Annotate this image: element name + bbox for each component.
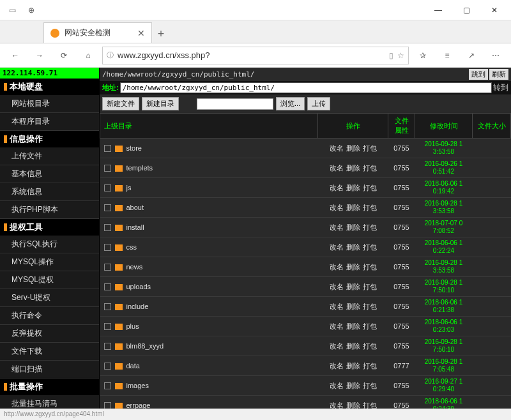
url-input[interactable]: [118, 50, 385, 60]
file-name[interactable]: css: [126, 243, 137, 251]
file-name[interactable]: js: [126, 184, 132, 191]
table-row[interactable]: about改名删除打包07552016-09-28 13:53:58: [100, 198, 511, 218]
file-name[interactable]: blm88_xyyd: [126, 342, 164, 350]
file-name[interactable]: store: [126, 144, 142, 152]
op-link[interactable]: 改名: [330, 263, 344, 271]
row-checkbox[interactable]: [104, 283, 111, 290]
op-link[interactable]: 打包: [363, 401, 377, 409]
op-link[interactable]: 打包: [363, 362, 377, 370]
new-dir-button[interactable]: 新建目录: [142, 97, 179, 110]
op-link[interactable]: 打包: [363, 303, 377, 310]
new-tab-button[interactable]: +: [152, 25, 170, 43]
sidebar-item[interactable]: 网站根目录: [0, 95, 99, 113]
tab-close-icon[interactable]: ✕: [137, 28, 145, 38]
row-checkbox[interactable]: [104, 224, 111, 231]
table-row[interactable]: include改名删除打包07552018-06-06 10:21:38: [100, 297, 511, 317]
file-name[interactable]: errpage: [126, 401, 151, 409]
op-link[interactable]: 打包: [363, 243, 377, 251]
table-row[interactable]: blm88_xyyd改名删除打包07552016-09-28 17:50:10: [100, 336, 511, 356]
file-name[interactable]: include: [126, 303, 149, 310]
op-link[interactable]: 删除: [346, 401, 360, 409]
op-link[interactable]: 打包: [363, 283, 377, 290]
file-name[interactable]: data: [126, 362, 140, 370]
table-row[interactable]: images改名删除打包07552016-09-27 10:29:40: [100, 376, 511, 396]
op-link[interactable]: 改名: [330, 243, 344, 251]
op-link[interactable]: 删除: [346, 263, 360, 271]
reload-button[interactable]: ⟳: [54, 46, 74, 65]
op-link[interactable]: 改名: [330, 382, 344, 389]
row-checkbox[interactable]: [104, 264, 111, 271]
address-input[interactable]: [120, 82, 492, 93]
row-checkbox[interactable]: [104, 303, 111, 310]
sidebar-item[interactable]: Serv-U提权: [0, 289, 99, 307]
table-row[interactable]: js改名删除打包07552018-06-06 10:19:42: [100, 178, 511, 198]
op-link[interactable]: 删除: [346, 362, 360, 370]
op-link[interactable]: 改名: [330, 322, 344, 330]
sidebar-item[interactable]: MYSQL操作: [0, 253, 99, 271]
table-row[interactable]: css改名删除打包07552018-06-06 10:22:24: [100, 237, 511, 257]
op-link[interactable]: 改名: [330, 164, 344, 172]
row-checkbox[interactable]: [104, 244, 111, 251]
op-link[interactable]: 删除: [346, 382, 360, 389]
op-link[interactable]: 删除: [346, 322, 360, 330]
table-row[interactable]: templets改名删除打包07552016-09-26 10:51:42: [100, 158, 511, 178]
table-row[interactable]: uploads改名删除打包07552016-09-28 17:50:10: [100, 277, 511, 297]
sidebar-item[interactable]: 基本信息: [0, 165, 99, 183]
file-name[interactable]: plus: [126, 322, 139, 330]
file-name[interactable]: templets: [126, 164, 153, 172]
row-checkbox[interactable]: [104, 323, 111, 330]
new-file-button[interactable]: 新建文件: [102, 97, 139, 110]
settings-button[interactable]: ⋯: [485, 46, 506, 65]
sidebar-item[interactable]: 执行命令: [0, 307, 99, 325]
goto-button[interactable]: 转到: [493, 82, 508, 93]
sidebar-item[interactable]: 执行PHP脚本: [0, 201, 99, 219]
sidebar-item[interactable]: 上传文件: [0, 147, 99, 165]
browse-button[interactable]: 浏览...: [276, 97, 305, 110]
op-link[interactable]: 删除: [346, 144, 360, 152]
site-info-icon[interactable]: ⓘ: [107, 50, 114, 60]
file-name[interactable]: images: [126, 382, 149, 389]
op-link[interactable]: 改名: [330, 401, 344, 409]
reading-list-button[interactable]: ≡: [437, 46, 457, 65]
row-checkbox[interactable]: [104, 343, 111, 350]
file-name[interactable]: about: [126, 204, 144, 211]
table-row[interactable]: news改名删除打包07552016-09-28 13:53:58: [100, 257, 511, 277]
file-name[interactable]: news: [126, 263, 143, 271]
op-link[interactable]: 删除: [346, 303, 360, 310]
jump-button[interactable]: 跳到: [469, 69, 488, 80]
op-link[interactable]: 删除: [346, 204, 360, 211]
op-link[interactable]: 改名: [330, 283, 344, 290]
op-link[interactable]: 改名: [330, 303, 344, 310]
sidebar-item[interactable]: 反弹提权: [0, 325, 99, 343]
op-link[interactable]: 删除: [346, 243, 360, 251]
row-checkbox[interactable]: [104, 382, 111, 389]
row-checkbox[interactable]: [104, 363, 111, 370]
op-link[interactable]: 删除: [346, 184, 360, 191]
op-link[interactable]: 打包: [363, 144, 377, 152]
sidebar-item[interactable]: 端口扫描: [0, 361, 99, 379]
op-link[interactable]: 改名: [330, 144, 344, 152]
op-link[interactable]: 改名: [330, 204, 344, 211]
table-row[interactable]: plus改名删除打包07552018-06-06 10:23:03: [100, 317, 511, 336]
table-row[interactable]: data改名删除打包07772016-09-28 17:05:48: [100, 356, 511, 376]
address-bar[interactable]: ⓘ ▯ ☆: [102, 47, 409, 64]
op-link[interactable]: 打包: [363, 263, 377, 271]
sidebar-item[interactable]: 本程序目录: [0, 113, 99, 131]
op-link[interactable]: 打包: [363, 164, 377, 172]
minimize-button[interactable]: —: [424, 1, 452, 19]
op-link[interactable]: 删除: [346, 223, 360, 231]
op-link[interactable]: 打包: [363, 204, 377, 211]
favorites-button[interactable]: ✰: [413, 46, 433, 65]
sidebar-item[interactable]: 执行SQL执行: [0, 236, 99, 253]
file-name[interactable]: uploads: [126, 283, 151, 290]
op-link[interactable]: 打包: [363, 184, 377, 191]
favorite-star-icon[interactable]: ☆: [397, 51, 404, 60]
sidebar-item[interactable]: MYSQL提权: [0, 271, 99, 289]
add-tab-icon[interactable]: ⊕: [22, 1, 41, 19]
browser-tab[interactable]: 网站安全检测 ✕: [43, 22, 152, 43]
sidebar-item[interactable]: 文件下载: [0, 343, 99, 361]
op-link[interactable]: 打包: [363, 223, 377, 231]
close-button[interactable]: ✕: [480, 1, 508, 19]
op-link[interactable]: 改名: [330, 223, 344, 231]
home-button[interactable]: ⌂: [78, 46, 98, 65]
